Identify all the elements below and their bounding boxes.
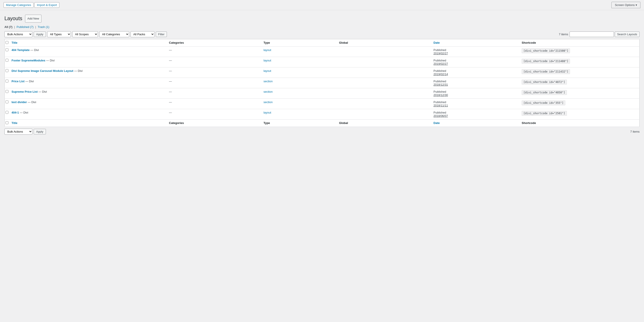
- bottom-items-count: 7 items: [630, 130, 640, 133]
- row-title-link[interactable]: Supreme Price List: [12, 90, 38, 93]
- sort-date-footer-link[interactable]: Date: [434, 121, 517, 125]
- search-input[interactable]: [570, 32, 614, 37]
- layouts-table: Title Categories Type Global Date: [4, 39, 640, 127]
- add-new-button[interactable]: Add New: [25, 15, 42, 23]
- table-row: Supreme Price List — Divi — section Publ…: [5, 88, 640, 99]
- row-shortcode-value: [divi_shortcode id="355"]: [522, 101, 565, 105]
- row-checkbox-cell: [5, 99, 10, 109]
- row-date-status: Published: [434, 59, 517, 62]
- row-date-status: Published: [434, 111, 517, 114]
- row-post-type: — Divi: [28, 101, 36, 104]
- bulk-actions-select-top[interactable]: Bulk Actions: [4, 31, 32, 37]
- bulk-actions-select-bottom[interactable]: Bulk Actions: [4, 129, 32, 135]
- row-shortcode-cell: [divi_shortcode id="211488"]: [520, 57, 639, 67]
- top-bar: Manage Categories Import & Export Screen…: [0, 0, 644, 10]
- row-type-link[interactable]: layout: [264, 111, 271, 114]
- row-categories-value: —: [169, 48, 172, 52]
- sort-date-link[interactable]: Date: [434, 41, 517, 44]
- col-header-shortcode: Shortcode: [520, 39, 639, 47]
- row-shortcode-cell: [divi_shortcode id="2501"]: [520, 109, 639, 120]
- row-checkbox-cell: [5, 57, 10, 67]
- row-checkbox-cell: [5, 88, 10, 99]
- row-title-link[interactable]: 404-1: [12, 111, 19, 114]
- row-shortcode-value: [divi_shortcode id="2501"]: [522, 111, 567, 116]
- row-type-link[interactable]: layout: [264, 48, 271, 52]
- table-row: Footer SupremeModules — Divi — layout Pu…: [5, 57, 640, 67]
- row-global-cell: [337, 109, 431, 120]
- row-categories-cell: —: [167, 57, 261, 67]
- table-row: Divi Supreme Image Carousel Module Layou…: [5, 67, 640, 78]
- all-types-select[interactable]: All Types: [47, 31, 71, 37]
- row-shortcode-value: [divi_shortcode id="211508"]: [522, 48, 570, 53]
- row-global-cell: [337, 88, 431, 99]
- row-shortcode-value: [divi_shortcode id="4872"]: [522, 80, 567, 85]
- table-footer: Title Categories Type Global Date: [5, 120, 640, 127]
- filter-all[interactable]: All (7): [4, 25, 13, 29]
- row-categories-value: —: [169, 59, 172, 62]
- row-shortcode-cell: [divi_shortcode id="211432"]: [520, 67, 639, 78]
- col-header-type: Type: [261, 39, 337, 47]
- top-toolbar: Bulk Actions Apply All Types All Scopes …: [4, 31, 640, 37]
- page-title: Layouts: [4, 15, 22, 22]
- table-body: 404 Template — Divi — layout Published 2…: [5, 47, 640, 120]
- row-checkbox-0[interactable]: [6, 48, 8, 51]
- row-date-cell: Published 2018/12/31: [431, 78, 520, 88]
- row-date-cell: Published 2018/12/30: [431, 88, 520, 99]
- row-type-link[interactable]: section: [264, 80, 272, 83]
- row-type-cell: section: [261, 78, 337, 88]
- check-column-footer: [5, 120, 10, 127]
- row-title-link[interactable]: 404 Template: [12, 48, 30, 52]
- row-categories-cell: —: [167, 99, 261, 109]
- row-title-link[interactable]: Footer SupremeModules: [12, 59, 45, 62]
- sort-title-footer-link[interactable]: Title: [12, 121, 165, 125]
- row-shortcode-cell: [divi_shortcode id="4850"]: [520, 88, 639, 99]
- row-checkbox-cell: [5, 78, 10, 88]
- row-checkbox-3[interactable]: [6, 80, 8, 83]
- row-type-cell: layout: [261, 109, 337, 120]
- row-title-link[interactable]: text divider: [12, 101, 27, 104]
- search-box: Search Layouts: [570, 32, 640, 37]
- row-checkbox-5[interactable]: [6, 101, 8, 103]
- row-checkbox-cell: [5, 47, 10, 57]
- filter-button[interactable]: Filter: [156, 32, 167, 37]
- tab-manage-categories[interactable]: Manage Categories: [4, 2, 34, 8]
- row-global-cell: [337, 78, 431, 88]
- row-title-link[interactable]: Price List: [12, 80, 24, 83]
- row-date-value: 2019/02/27: [434, 52, 517, 55]
- sort-title-link[interactable]: Title: [12, 41, 165, 44]
- row-checkbox-1[interactable]: [6, 59, 8, 62]
- filter-published[interactable]: Published (7): [16, 25, 34, 29]
- row-type-link[interactable]: section: [264, 101, 272, 104]
- apply-button-bottom[interactable]: Apply: [34, 129, 46, 134]
- row-type-link[interactable]: layout: [264, 69, 271, 73]
- col-footer-type: Type: [261, 120, 337, 127]
- select-all-checkbox-bottom[interactable]: [6, 121, 8, 124]
- row-categories-cell: —: [167, 109, 261, 120]
- row-checkbox-2[interactable]: [6, 69, 8, 72]
- row-global-cell: [337, 99, 431, 109]
- col-footer-date: Date: [431, 120, 520, 127]
- row-title-cell: 404 Template — Divi: [9, 47, 167, 57]
- row-shortcode-cell: [divi_shortcode id="4872"]: [520, 78, 639, 88]
- row-checkbox-6[interactable]: [6, 111, 8, 114]
- tab-import-export[interactable]: Import & Export: [34, 2, 59, 8]
- row-post-type: — Divi: [20, 111, 28, 114]
- row-title-link[interactable]: Divi Supreme Image Carousel Module Layou…: [12, 69, 73, 73]
- row-type-link[interactable]: layout: [264, 59, 271, 62]
- row-date-cell: Published 2019/02/27: [431, 57, 520, 67]
- row-checkbox-4[interactable]: [6, 90, 8, 93]
- screen-options-button[interactable]: Screen Options ▾: [612, 2, 640, 8]
- apply-button-top[interactable]: Apply: [34, 32, 46, 37]
- filter-trash[interactable]: Trash (1): [38, 25, 49, 29]
- filter-links: All (7) | Published (7) | Trash (1): [4, 25, 640, 29]
- all-packs-select[interactable]: All Packs: [130, 31, 154, 37]
- row-date-value: 2018/06/07: [434, 114, 517, 118]
- all-scopes-select[interactable]: All Scopes: [72, 31, 98, 37]
- select-all-checkbox-top[interactable]: [6, 41, 8, 44]
- row-type-link[interactable]: section: [264, 90, 272, 93]
- items-count-top: 7 items: [559, 33, 568, 36]
- row-global-cell: [337, 67, 431, 78]
- all-categories-select[interactable]: All Categories: [99, 31, 129, 37]
- row-date-status: Published: [434, 90, 517, 93]
- search-layouts-button[interactable]: Search Layouts: [615, 32, 640, 37]
